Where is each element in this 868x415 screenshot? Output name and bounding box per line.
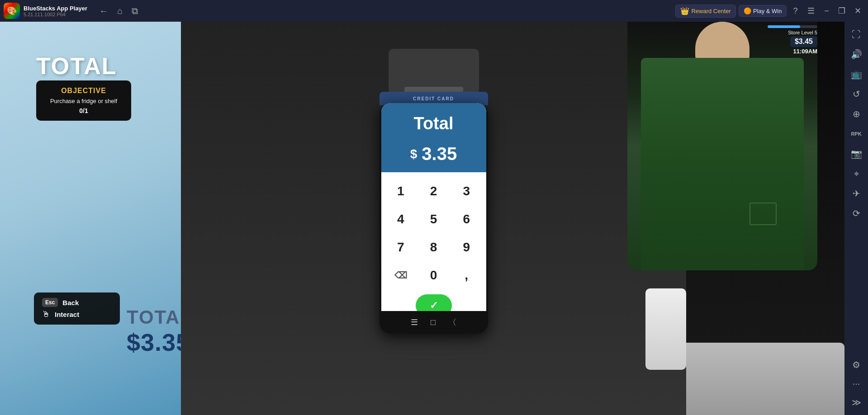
play-win-label: Play & Win bbox=[753, 8, 782, 14]
esc-key: Esc bbox=[42, 298, 58, 307]
fullscreen-button[interactable]: ⛶ bbox=[847, 25, 865, 43]
total-top-label: TOTAL bbox=[36, 52, 117, 80]
store-level-label: Store Level 5 bbox=[788, 30, 817, 35]
phone-amount-row: $ 3.35 bbox=[381, 144, 486, 172]
confirm-button[interactable]: ✓ bbox=[416, 294, 452, 311]
register-background: CREDIT CARD Total $ 3.35 1 2 3 4 bbox=[181, 22, 686, 415]
keypad: 1 2 3 4 5 6 7 8 9 ⌫ 0 , ✓ bbox=[381, 172, 486, 311]
topbar: 🎨 BlueStacks App Player 5.21.111.1002 P6… bbox=[0, 0, 868, 22]
app-version: 5.21.111.1002 P64 bbox=[24, 12, 87, 17]
reward-center-label: Reward Center bbox=[691, 8, 730, 14]
store-info: Store Level 5 $3.45 11:09AM bbox=[768, 25, 817, 55]
rpk-button[interactable]: RPK bbox=[847, 125, 865, 143]
controls-box: Esc Back 🖱 Interact bbox=[34, 292, 120, 325]
phone-amount: 3.35 bbox=[422, 144, 457, 164]
objective-description: Purchase a fridge or shelf bbox=[44, 98, 123, 104]
phone-menu-button[interactable]: ☰ bbox=[411, 317, 418, 327]
phone-bottom-nav: ☰ □ 〈 bbox=[381, 311, 486, 334]
tabs-button[interactable]: ⧉ bbox=[127, 4, 142, 18]
zoom-button[interactable]: ⊕ bbox=[847, 105, 865, 123]
rotate-button[interactable]: ↺ bbox=[847, 85, 865, 103]
store-money: $3.45 bbox=[790, 36, 817, 47]
objective-title: OBJECTIVE bbox=[44, 87, 123, 95]
character-figure bbox=[627, 22, 817, 270]
minimize-button[interactable]: − bbox=[821, 5, 832, 18]
help-button[interactable]: ? bbox=[789, 5, 801, 18]
key-4[interactable]: 4 bbox=[387, 208, 415, 231]
play-win-button[interactable]: 🟠 Play & Win bbox=[739, 5, 787, 17]
game-area: TOTAL OBJECTIVE Purchase a fridge or she… bbox=[0, 22, 844, 415]
key-2[interactable]: 2 bbox=[419, 179, 448, 203]
key-9[interactable]: 9 bbox=[452, 236, 481, 259]
dollar-sign: $ bbox=[410, 147, 417, 161]
reward-center-button[interactable]: 👑 Reward Center bbox=[675, 5, 735, 18]
objective-progress: 0/1 bbox=[44, 107, 123, 114]
back-button[interactable]: ← bbox=[95, 4, 113, 18]
refresh-button[interactable]: ⟳ bbox=[847, 204, 865, 222]
level-bar-fill bbox=[768, 25, 800, 28]
settings-button[interactable]: ⚙ bbox=[847, 356, 865, 374]
key-0[interactable]: 0 bbox=[419, 264, 448, 287]
interact-control: 🖱 Interact bbox=[42, 310, 112, 319]
back-control: Esc Back bbox=[42, 298, 112, 307]
key-5[interactable]: 5 bbox=[419, 208, 448, 231]
cylinder-object bbox=[645, 288, 686, 370]
phone-back-button[interactable]: 〈 bbox=[448, 317, 456, 328]
printer bbox=[389, 49, 479, 94]
menu-button[interactable]: ☰ bbox=[804, 4, 818, 18]
screen-button[interactable]: 📺 bbox=[847, 65, 865, 83]
bluestacks-logo: 🎨 bbox=[4, 3, 20, 19]
pos-terminal: Total $ 3.35 1 2 3 4 5 6 7 8 9 bbox=[379, 103, 488, 334]
app-info: BlueStacks App Player 5.21.111.1002 P64 bbox=[24, 5, 87, 17]
key-backspace[interactable]: ⌫ bbox=[387, 264, 415, 287]
key-8[interactable]: 8 bbox=[419, 236, 448, 259]
back-label: Back bbox=[62, 299, 79, 307]
store-time: 11:09AM bbox=[793, 48, 817, 55]
crown-icon: 👑 bbox=[680, 7, 689, 15]
credit-card-label: CREDIT CARD bbox=[413, 96, 454, 101]
right-sidebar: ⛶ 🔊 📺 ↺ ⊕ RPK 📷 ⌖ ✈ ⟳ ⚙ ··· ≫ bbox=[844, 22, 868, 415]
phone-total-label: Total bbox=[414, 114, 454, 133]
objective-box: OBJECTIVE Purchase a fridge or shelf 0/1 bbox=[36, 80, 131, 121]
character-jacket bbox=[641, 58, 804, 270]
screenshot-button[interactable]: 📷 bbox=[847, 145, 865, 163]
key-comma[interactable]: , bbox=[452, 264, 481, 287]
key-1[interactable]: 1 bbox=[387, 179, 415, 203]
maximize-button[interactable]: ❐ bbox=[835, 4, 849, 18]
phone-screen: Total $ 3.35 1 2 3 4 5 6 7 8 9 bbox=[381, 103, 486, 311]
flight-button[interactable]: ✈ bbox=[847, 184, 865, 203]
key-3[interactable]: 3 bbox=[452, 179, 481, 203]
app-name: BlueStacks App Player bbox=[24, 5, 87, 12]
key-6[interactable]: 6 bbox=[452, 208, 481, 231]
interact-label: Interact bbox=[55, 311, 79, 318]
mouse-icon: 🖱 bbox=[42, 310, 50, 319]
key-7[interactable]: 7 bbox=[387, 236, 415, 259]
more-options-icon: ··· bbox=[853, 376, 860, 391]
collapse-sidebar-button[interactable]: ≫ bbox=[847, 393, 865, 411]
location-button[interactable]: ⌖ bbox=[847, 165, 865, 183]
phone-home-button[interactable]: □ bbox=[431, 318, 436, 327]
coin-icon: 🟠 bbox=[744, 7, 751, 14]
character-pocket bbox=[749, 203, 777, 225]
close-button[interactable]: ✕ bbox=[851, 4, 864, 18]
home-button[interactable]: ⌂ bbox=[113, 4, 127, 18]
phone-header: Total bbox=[381, 103, 486, 144]
volume-button[interactable]: 🔊 bbox=[847, 45, 865, 63]
level-progress-bar bbox=[768, 25, 817, 28]
